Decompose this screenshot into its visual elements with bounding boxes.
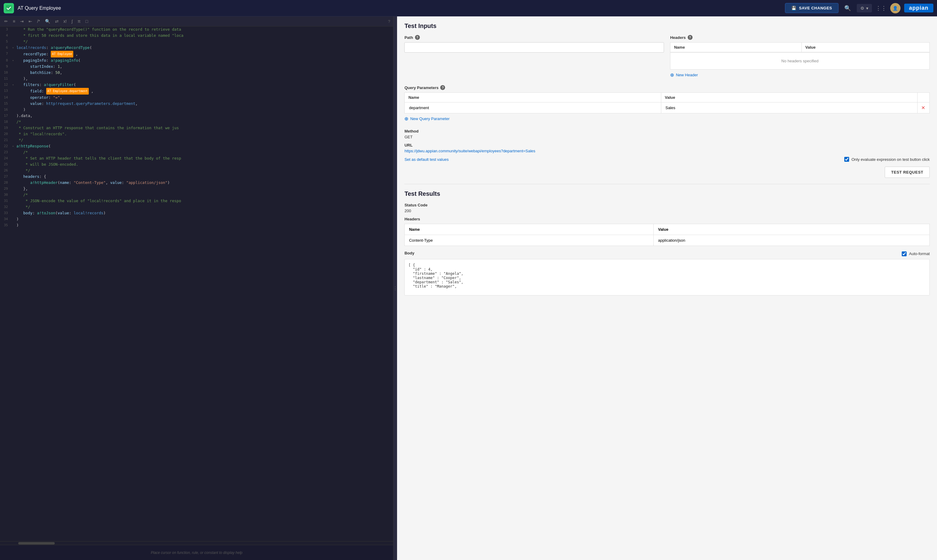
params-name-col-header: Name (405, 93, 661, 103)
code-line-25: 25 * will be JSON-encoded. (0, 162, 393, 168)
edit-icon[interactable]: ✏ (3, 18, 9, 24)
grid-button[interactable]: ⋮⋮ (875, 3, 886, 14)
query-params-table: Name Value (405, 92, 930, 114)
settings-chevron: ▾ (866, 6, 868, 11)
code-line-5: 5 */ (0, 38, 393, 45)
code-line-8: 8 ▾ pagingInfo: a!pagingInfo( (0, 57, 393, 63)
code-line-32: 32 */ (0, 204, 393, 210)
test-inputs-section: Test Inputs Path ? Headers ? (405, 23, 930, 178)
params-value-col-header: Value (661, 93, 917, 103)
status-code-label: Status Code (405, 203, 930, 207)
results-header-row-0: Content-Type application/json (405, 235, 930, 246)
help-text: Place cursor on function, rule, or const… (0, 545, 393, 560)
comment-icon[interactable]: /* (36, 18, 41, 24)
query-params-label: Query Parameters ? (405, 85, 930, 90)
code-panel: ✏ ≡ ⇥ ⇤ /* 🔍 ⇄ x! ∫ π □ ? 3 * Run the "q… (0, 17, 394, 560)
path-label: Path ? (405, 35, 664, 40)
test-request-button[interactable]: TEST REQUEST (885, 166, 930, 178)
app-logo (4, 3, 14, 13)
query-params-help-icon[interactable]: ? (440, 85, 445, 90)
code-line-22: 22 ▾ a!httpResponse( (0, 143, 393, 149)
save-changes-button[interactable]: 💾 SAVE CHANGES (785, 3, 839, 13)
params-delete-col-header (917, 93, 930, 103)
main-layout: ✏ ≡ ⇥ ⇤ /* 🔍 ⇄ x! ∫ π □ ? 3 * Run the "q… (0, 17, 937, 560)
results-value-col: Value (654, 224, 930, 235)
options-row: Set as default test values Only evaluate… (405, 157, 930, 162)
plus-circle-icon: ⊕ (405, 116, 408, 122)
code-line-31: 31 * JSON-encode the value of "local!rec… (0, 198, 393, 204)
integral-icon[interactable]: ∫ (70, 18, 74, 24)
evaluate-checkbox[interactable] (844, 157, 849, 162)
test-results-section: Test Results Status Code 200 Headers Nam… (405, 190, 930, 295)
code-line-6: 6 ▾ local!records: a!queryRecordType( (0, 45, 393, 51)
code-editor[interactable]: 3 * Run the "queryRecordType()" function… (0, 26, 393, 541)
code-line-11: 11 ), (0, 76, 393, 82)
format-icon[interactable]: x! (62, 18, 68, 24)
pi-icon[interactable]: π (76, 18, 82, 24)
headers-label: Headers ? (670, 35, 930, 40)
code-line-9: 9 startIndex: 1, (0, 63, 393, 69)
code-line-16: 16 ) (0, 107, 393, 113)
body-section: Body Auto-format [ { "id" : 4, "firstnam… (405, 251, 930, 295)
body-content: [ { "id" : 4, "firstname" : "Angela", "l… (405, 259, 930, 295)
auto-format-checkbox[interactable] (902, 251, 906, 256)
headers-field-group: Headers ? Name Value No headers specifie… (670, 35, 930, 80)
code-line-35: 35 ) (0, 222, 393, 228)
help-icon[interactable]: ? (388, 19, 390, 24)
list-icon[interactable]: ≡ (12, 18, 17, 24)
param-delete-cell-0: ✕ (917, 103, 930, 114)
code-line-27: 27 headers: { (0, 174, 393, 180)
headers-help-icon[interactable]: ? (688, 35, 692, 40)
gear-icon: ⚙ (860, 6, 864, 11)
set-default-values-link[interactable]: Set as default test values (405, 157, 448, 162)
swap-icon[interactable]: ⇄ (54, 18, 60, 24)
search-button[interactable]: 🔍 (842, 3, 853, 14)
add-header-button[interactable]: ⊕ New Header (670, 69, 698, 80)
top-nav: AT Query Employee 💾 SAVE CHANGES 🔍 ⚙ ▾ ⋮… (0, 0, 937, 17)
evaluate-checkbox-label: Only evaluate expression on test button … (844, 157, 930, 162)
path-help-icon[interactable]: ? (415, 35, 420, 40)
indent-left-icon[interactable]: ⇤ (28, 18, 34, 24)
headers-name-col: Name (670, 43, 802, 52)
delete-param-button-0[interactable]: ✕ (919, 104, 928, 112)
plus-icon: ⊕ (670, 72, 674, 78)
auto-format-label: Auto-format (902, 251, 930, 256)
status-code-value: 200 (405, 209, 930, 213)
results-name-col: Name (405, 224, 654, 235)
indent-right-icon[interactable]: ⇥ (19, 18, 25, 24)
search-icon[interactable]: 🔍 (44, 18, 51, 24)
code-line-29: 29 }, (0, 186, 393, 192)
add-query-param-button[interactable]: ⊕ New Query Parameter (405, 114, 449, 124)
param-name-cell-0[interactable] (405, 103, 661, 114)
save-icon: 💾 (791, 6, 797, 10)
headers-value-col: Value (802, 43, 929, 52)
code-line-18: 18 /* (0, 119, 393, 125)
horizontal-scrollbar[interactable] (0, 541, 393, 545)
code-line-17: 17 ).data, (0, 113, 393, 119)
right-panel: Test Inputs Path ? Headers ? (397, 17, 937, 560)
appian-logo: appian (904, 4, 933, 12)
path-input[interactable] (405, 42, 664, 52)
code-line-13: 13 field: AT Employee.department , (0, 88, 393, 95)
query-params-section: Query Parameters ? Name Value (405, 85, 930, 124)
param-value-input-0[interactable] (663, 104, 916, 112)
body-header-row: Body Auto-format (405, 251, 930, 257)
code-line-33: 33 body: a!toJson(value: local!records) (0, 210, 393, 216)
method-value: GET (405, 135, 930, 139)
results-headers-label: Headers (405, 217, 930, 222)
code-line-14: 14 operator: "=", (0, 95, 393, 101)
box-icon[interactable]: □ (84, 18, 89, 24)
panel-divider[interactable]: ⋮ (394, 17, 397, 560)
method-label: Method (405, 129, 930, 134)
param-value-cell-0[interactable] (661, 103, 917, 114)
user-avatar[interactable]: 👤 (890, 3, 900, 13)
test-inputs-title: Test Inputs (405, 23, 930, 29)
page-title: AT Query Employee (18, 6, 782, 11)
path-headers-row: Path ? Headers ? Name (405, 35, 930, 80)
url-label: URL (405, 143, 930, 148)
settings-button[interactable]: ⚙ ▾ (857, 4, 872, 12)
url-value[interactable]: https://jdwu.appian.community/suite/weba… (405, 149, 930, 153)
code-line-7: 7 recordType: AT Employee , (0, 51, 393, 57)
headers-table: Name Value (670, 42, 930, 52)
param-name-input-0[interactable] (406, 104, 659, 112)
